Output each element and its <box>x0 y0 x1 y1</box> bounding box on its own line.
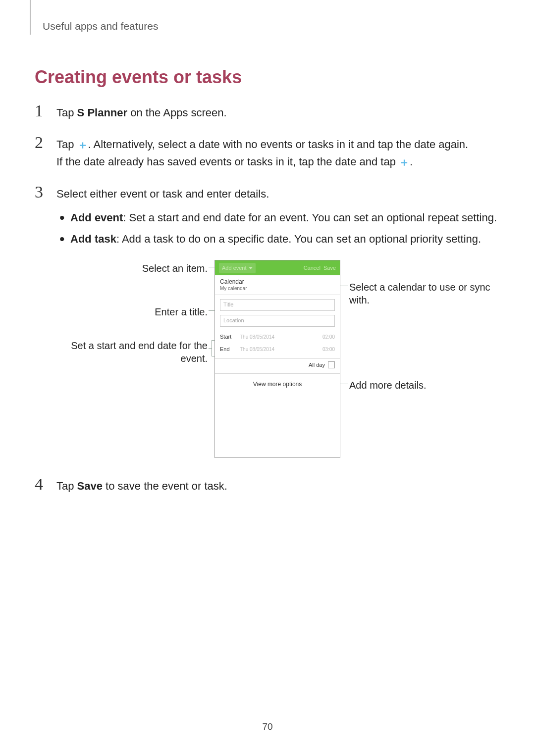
bullet-text: : Set a start and end date for an event.… <box>123 211 497 224</box>
step-text: Tap <box>56 106 77 119</box>
plus-icon: ＋ <box>77 137 88 153</box>
bullet-bold: Add task <box>70 233 116 245</box>
calendar-selector[interactable]: Calendar My calendar <box>215 275 340 295</box>
date-section: Start Thu 08/05/2014 02:00 End Thu 08/05… <box>215 331 340 359</box>
step-text: Tap <box>56 480 77 492</box>
end-row[interactable]: End Thu 08/05/2014 03:00 <box>215 343 340 355</box>
end-date: Thu 08/05/2014 <box>240 346 322 353</box>
location-input[interactable]: Location <box>220 315 335 327</box>
chevron-down-icon <box>249 267 253 269</box>
step-bold: Save <box>77 480 103 492</box>
end-time: 03:00 <box>322 346 335 353</box>
step-number: 3 <box>35 184 56 201</box>
location-placeholder: Location <box>223 316 244 325</box>
cancel-button[interactable]: Cancel <box>304 264 321 272</box>
leader-line <box>209 310 214 311</box>
step-text: Select either event or task and enter de… <box>56 188 269 200</box>
callout-enter-title: Enter a title. <box>74 305 208 318</box>
step-body: Tap ＋. Alternatively, select a date with… <box>56 136 497 171</box>
step-text: If the date already has saved events or … <box>56 155 399 168</box>
breadcrumb: Useful apps and features <box>43 20 497 32</box>
step-body: Tap Save to save the event or task. <box>56 478 497 495</box>
all-day-row[interactable]: All day <box>215 359 340 374</box>
step-text: . Alternatively, select a date with no e… <box>88 138 469 151</box>
save-button[interactable]: Save <box>323 264 336 272</box>
diagram: Select an item. Enter a title. Set a sta… <box>84 260 470 463</box>
step-text: on the Apps screen. <box>127 106 227 119</box>
add-event-label: Add event <box>222 264 247 272</box>
add-event-dropdown[interactable]: Add event <box>219 263 256 273</box>
step-number: 4 <box>35 476 56 493</box>
calendar-value: My calendar <box>220 286 335 292</box>
start-date: Thu 08/05/2014 <box>240 333 322 341</box>
bullet-text: : Add a task to do on a specific date. Y… <box>116 233 481 245</box>
step-text: to save the event or task. <box>103 480 227 492</box>
step-body: Tap S Planner on the Apps screen. <box>56 104 497 121</box>
bullet-item: Add event: Set a start and end date for … <box>56 209 497 226</box>
leader-line <box>209 348 212 349</box>
callout-select-item: Select an item. <box>74 262 208 275</box>
start-row[interactable]: Start Thu 08/05/2014 02:00 <box>215 331 340 343</box>
step-bold: S Planner <box>77 106 127 119</box>
bullet-bold: Add event <box>70 211 123 224</box>
callout-add-more: Add more details. <box>349 379 478 392</box>
step-number: 2 <box>35 134 56 151</box>
step-number: 1 <box>35 102 56 119</box>
step-text: . <box>410 155 413 168</box>
phone-mockup: Add event Cancel Save Calendar My calend… <box>214 260 340 458</box>
step-text: Tap <box>56 138 77 151</box>
view-more-button[interactable]: View more options <box>215 374 340 395</box>
callout-start-end: Set a start and end date for the event. <box>54 339 208 365</box>
start-label: Start <box>220 333 240 341</box>
step-item: 4 Tap Save to save the event or task. <box>35 478 497 495</box>
step-body: Select either event or task and enter de… <box>56 186 497 463</box>
step-item: 1 Tap S Planner on the Apps screen. <box>35 104 497 121</box>
step-item: 3 Select either event or task and enter … <box>35 186 497 463</box>
title-input[interactable]: Title <box>220 299 335 311</box>
leader-line <box>340 286 348 286</box>
bracket-line <box>212 340 212 356</box>
all-day-checkbox[interactable] <box>328 361 335 368</box>
plus-icon: ＋ <box>399 154 410 171</box>
section-heading: Creating events or tasks <box>35 67 497 88</box>
step-item: 2 Tap ＋. Alternatively, select a date wi… <box>35 136 497 171</box>
leader-line <box>209 267 214 267</box>
callout-select-calendar: Select a calendar to use or sync with. <box>349 281 508 306</box>
phone-header: Add event Cancel Save <box>215 260 340 275</box>
all-day-label: All day <box>309 361 325 369</box>
page-side-rule <box>30 0 31 35</box>
steps-list: 1 Tap S Planner on the Apps screen. 2 Ta… <box>35 104 497 495</box>
calendar-label: Calendar <box>220 278 335 285</box>
title-placeholder: Title <box>223 301 233 309</box>
bullet-list: Add event: Set a start and end date for … <box>56 209 497 247</box>
bullet-item: Add task: Add a task to do on a specific… <box>56 231 497 247</box>
page-number: 70 <box>0 721 535 732</box>
start-time: 02:00 <box>322 333 335 341</box>
end-label: End <box>220 345 240 353</box>
